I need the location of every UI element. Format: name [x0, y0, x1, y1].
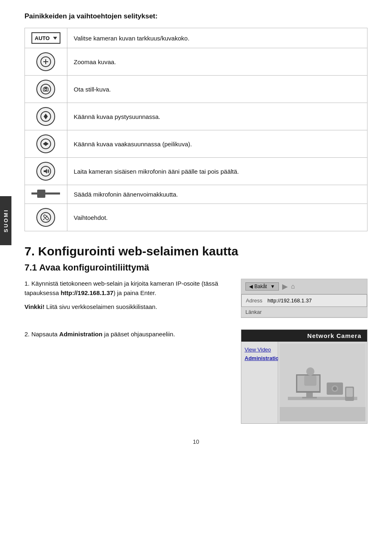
svg-marker-12	[46, 142, 49, 146]
camera-scene-image	[280, 344, 365, 421]
step-2-num: 2.	[24, 331, 30, 338]
step-2: 2. Napsauta Administrati­on ja pääset oh…	[24, 329, 368, 424]
back-arrow-icon: ◀	[249, 284, 253, 289]
table-row: Laita kameran sisäisen mikrofonin ääni p…	[25, 158, 368, 185]
desc-cell-speaker: Laita kameran sisäisen mikrofonin ääni p…	[67, 158, 367, 185]
browser-links-bar: Länkar	[241, 307, 367, 318]
step-1-num: 1.	[24, 280, 30, 287]
svg-marker-9	[44, 116, 48, 119]
svg-rect-30	[346, 388, 353, 397]
browser-nav-forward-icon: ▶	[282, 282, 288, 291]
icon-cell-slider	[25, 185, 67, 204]
icon-cell-settings	[25, 204, 67, 231]
svg-rect-22	[306, 393, 313, 397]
icon-cell-flip-v	[25, 103, 67, 130]
table-row: AUTO Valitse kameran kuvan tarkkuus/kuva…	[25, 28, 368, 48]
browser-toolbar: ◀ Bakåt ▼ ▶ ⌂	[241, 279, 367, 294]
browser-address-bar: Adress http://192.168.1.37	[241, 294, 367, 307]
table-row: Zoomaa kuvaa.	[25, 48, 368, 76]
browser-back-button[interactable]: ◀ Bakåt ▼	[245, 282, 279, 291]
camera-icon	[36, 80, 55, 98]
svg-line-16	[45, 216, 47, 219]
table-row: Säädä mikrofonin äänenvoimakkuutta.	[25, 185, 368, 204]
speaker-icon	[36, 162, 55, 181]
icon-cell-auto: AUTO	[25, 28, 67, 48]
side-label-text: SUOMI	[3, 209, 9, 233]
slider-icon	[31, 189, 60, 198]
svg-marker-14	[44, 169, 47, 174]
table-row: Vaihtoehdot.	[25, 204, 368, 231]
section-7-1-title: 7.1 Avaa konfigurointiliittymä	[24, 262, 368, 273]
table-row: Käännä kuvaa vaakasuunnassa (peilikuva).	[25, 130, 368, 158]
desc-cell-auto: Valitse kameran kuvan tarkkuus/kuvakoko.	[67, 28, 367, 48]
camera-content	[278, 342, 367, 423]
svg-marker-8	[44, 114, 48, 116]
icons-table: AUTO Valitse kameran kuvan tarkkuus/kuva…	[24, 28, 368, 231]
step-2-text: 2. Napsauta Administrati­on ja pääset oh…	[24, 329, 231, 339]
desc-cell-settings: Vaihtoehdot.	[67, 204, 367, 231]
auto-select-icon: AUTO	[31, 32, 60, 44]
svg-point-27	[306, 367, 314, 376]
page-header: Painikkeiden ja vaihtoehtojen selitykset…	[24, 12, 368, 20]
icon-cell-flip-h	[25, 130, 67, 158]
desc-cell-zoom: Zoomaa kuvaa.	[67, 48, 367, 76]
camera-body: View Video Administration	[241, 342, 367, 423]
browser-home-icon: ⌂	[291, 283, 295, 290]
svg-marker-11	[43, 142, 46, 146]
flip-vertical-icon	[36, 107, 55, 126]
camera-admin-mockup: Network Camera View Video Administration	[241, 329, 368, 424]
step-1: 1. Käynnistä tietokoneen web-selain ja k…	[24, 279, 368, 318]
side-label: SUOMI	[0, 196, 11, 245]
dropdown-arrow-icon: ▼	[270, 284, 275, 289]
camera-sidebar: View Video Administration	[241, 342, 278, 423]
settings-icon	[36, 208, 55, 227]
view-video-link[interactable]: View Video	[245, 347, 274, 353]
svg-line-17	[43, 219, 44, 220]
page-number: 10	[24, 438, 368, 445]
icon-cell-zoom	[25, 48, 67, 76]
flip-horizontal-icon	[36, 134, 55, 153]
svg-rect-23	[302, 397, 317, 398]
chevron-down-icon	[53, 37, 57, 40]
zoom-icon	[36, 52, 55, 71]
svg-rect-28	[304, 376, 316, 386]
section-7-title: 7. Konfigurointi web-selaimen kautta	[24, 244, 368, 258]
svg-rect-31	[280, 407, 365, 421]
camera-header-bar: Network Camera	[241, 330, 367, 342]
table-row: Ota still-kuva.	[25, 76, 368, 103]
table-row: Käännä kuvaa pystysuunnassa.	[25, 103, 368, 130]
desc-cell-camera: Ota still-kuva.	[67, 76, 367, 103]
desc-cell-flip-h: Käännä kuvaa vaakasuunnassa (peilikuva).	[67, 130, 367, 158]
svg-point-6	[45, 89, 47, 91]
desc-cell-slider: Säädä mikrofonin äänenvoimakkuutta.	[67, 185, 367, 204]
svg-point-3	[41, 84, 51, 94]
desc-cell-flip-v: Käännä kuvaa pystysuunnassa.	[67, 103, 367, 130]
icon-cell-camera	[25, 76, 67, 103]
step-1-text: 1. Käynnistä tietokoneen web-selain ja k…	[24, 279, 231, 311]
administration-link[interactable]: Administration	[245, 355, 274, 361]
browser-mockup: ◀ Bakåt ▼ ▶ ⌂ Adress http://192.168.1.37…	[241, 279, 368, 318]
svg-point-26	[333, 387, 337, 391]
icon-cell-speaker	[25, 158, 67, 185]
